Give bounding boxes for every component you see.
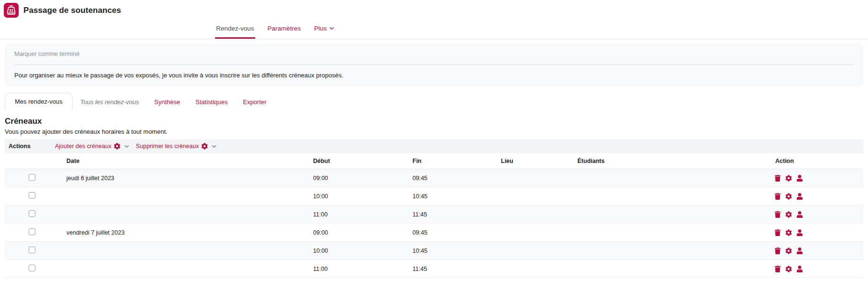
cell-end: 11:45 — [412, 211, 501, 218]
nav-tab-rendez-vous[interactable]: Rendez-vous — [215, 19, 255, 39]
trash-icon[interactable] — [774, 229, 781, 236]
gear-icon[interactable] — [785, 248, 792, 254]
cell-end: 09:45 — [412, 229, 501, 236]
actions-label: Actions — [9, 143, 55, 150]
svg-text:31: 31 — [9, 9, 14, 13]
activity-header: 31 Passage de soutenances — [0, 0, 868, 19]
row-checkbox[interactable] — [29, 247, 35, 253]
cell-start: 10:00 — [313, 193, 412, 200]
slots-table: Date Début Fin Lieu Étudiants Action jeu… — [5, 153, 863, 278]
gear-icon — [201, 143, 208, 150]
person-icon[interactable] — [796, 193, 803, 200]
tab-mes-rendez-vous[interactable]: Mes rendez-vous — [5, 93, 73, 110]
cell-end: 10:45 — [412, 248, 501, 254]
nav-tab-plus[interactable]: Plus — [313, 19, 335, 39]
tab-exporter[interactable]: Exporter — [235, 94, 274, 110]
gear-icon[interactable] — [785, 193, 792, 200]
cell-start: 10:00 — [313, 248, 412, 254]
cell-end: 10:45 — [412, 193, 501, 200]
col-header-start: Début — [313, 158, 412, 164]
row-checkbox[interactable] — [29, 174, 35, 181]
panel-divider — [14, 65, 854, 65]
col-header-location: Lieu — [501, 158, 577, 164]
row-checkbox[interactable] — [29, 192, 35, 199]
table-row: 11:00 11:45 — [5, 205, 863, 224]
section-subtitle: Vous pouvez ajouter des créneaux horaire… — [5, 128, 863, 135]
row-checkbox[interactable] — [29, 265, 35, 271]
person-icon[interactable] — [796, 211, 803, 218]
trash-icon[interactable] — [774, 211, 781, 218]
table-row: 10:00 10:45 — [5, 242, 863, 260]
trash-icon[interactable] — [774, 266, 781, 272]
chevron-down-icon[interactable] — [212, 145, 217, 148]
cell-start: 09:00 — [313, 175, 412, 182]
person-icon[interactable] — [796, 175, 803, 182]
delete-slots-button[interactable]: Supprimer les créneaux — [136, 143, 208, 150]
table-row: 11:00 11:45 — [5, 260, 863, 278]
col-header-end: Fin — [412, 158, 501, 164]
table-header-row: Date Début Fin Lieu Étudiants Action — [5, 153, 863, 169]
tab-tous-les-rendez-vous: Tous les rendez-vous — [73, 94, 147, 110]
calendar-31-icon: 31 — [4, 3, 19, 18]
tab-statistiques[interactable]: Statistiques — [188, 94, 235, 110]
person-icon[interactable] — [796, 266, 803, 272]
section-title: Créneaux — [5, 117, 863, 126]
scheduler-tabs: Mes rendez-vous Tous les rendez-vous Syn… — [5, 93, 863, 110]
actions-bar: Actions Ajouter des créneaux Supprimer l… — [5, 139, 863, 153]
cell-start: 11:00 — [313, 211, 412, 218]
tab-synthese[interactable]: Synthèse — [147, 94, 188, 110]
cell-start: 11:00 — [313, 266, 412, 272]
row-checkbox[interactable] — [29, 228, 35, 235]
activity-description: Pour organiser au mieux le passage de vo… — [14, 72, 854, 79]
trash-icon[interactable] — [774, 193, 781, 200]
activity-info-panel: Marquer comme terminé Pour organiser au … — [5, 43, 863, 86]
page-title: Passage de soutenances — [23, 6, 121, 15]
cell-date: vendredi 7 juillet 2023 — [66, 229, 313, 236]
nav-tab-parametres[interactable]: Paramètres — [267, 19, 302, 39]
gear-icon[interactable] — [785, 229, 792, 236]
gear-icon[interactable] — [785, 266, 792, 272]
cell-end: 09:45 — [412, 175, 501, 182]
col-header-action: Action — [770, 158, 863, 164]
table-row: 10:00 10:45 — [5, 187, 863, 205]
cell-start: 09:00 — [313, 229, 412, 236]
cell-date: jeudi 6 juillet 2023 — [66, 175, 313, 182]
person-icon[interactable] — [796, 229, 803, 236]
gear-icon[interactable] — [785, 211, 792, 218]
mark-as-done-button[interactable]: Marquer comme terminé — [14, 51, 854, 57]
col-header-date: Date — [66, 158, 313, 164]
table-row: jeudi 6 juillet 2023 09:00 09:45 — [5, 169, 863, 187]
trash-icon[interactable] — [774, 175, 781, 182]
trash-icon[interactable] — [774, 248, 781, 254]
gear-icon — [114, 143, 120, 150]
person-icon[interactable] — [796, 248, 803, 254]
col-header-students: Étudiants — [577, 158, 770, 164]
row-checkbox[interactable] — [29, 210, 35, 217]
add-slots-button[interactable]: Ajouter des créneaux — [55, 143, 120, 150]
table-row: vendredi 7 juillet 2023 09:00 09:45 — [5, 224, 863, 242]
chevron-down-icon[interactable] — [124, 145, 129, 148]
cell-end: 11:45 — [412, 266, 501, 272]
activity-nav: Rendez-vous Paramètres Plus — [0, 19, 868, 39]
chevron-down-icon — [329, 27, 334, 30]
gear-icon[interactable] — [785, 175, 792, 182]
